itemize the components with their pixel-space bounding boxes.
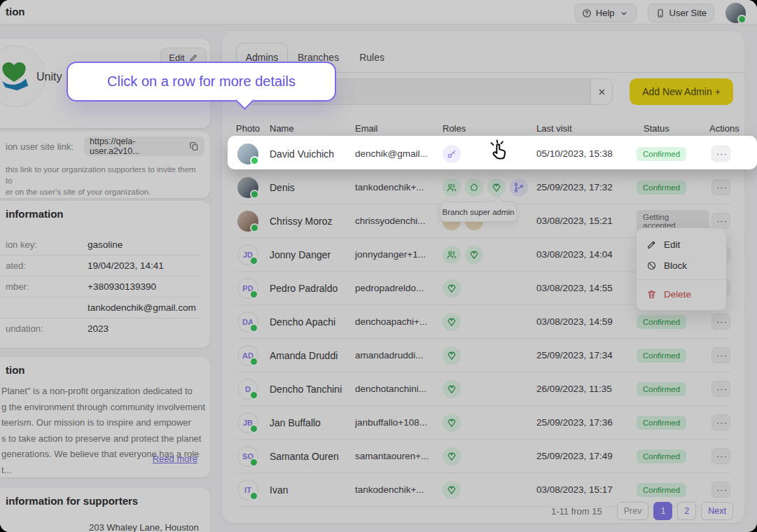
gem-role-badge (443, 313, 461, 331)
row-actions-button[interactable]: ··· (711, 482, 730, 498)
online-status-dot (737, 15, 746, 24)
shield-gem-icon (446, 484, 457, 496)
online-status-dot (249, 391, 258, 400)
status-cell: Confirmed (634, 449, 709, 463)
close-icon (597, 88, 606, 97)
prev-page-button[interactable]: Prev (617, 502, 649, 520)
roles-cell (443, 380, 536, 398)
table-row[interactable]: Denistankodenchik+...25/09/2023, 17:32Co… (236, 171, 730, 204)
online-status-dot (249, 357, 258, 366)
avatar: JD (237, 244, 258, 265)
status-badge: Confirmed (637, 483, 686, 497)
description-title: tion (6, 364, 25, 376)
users-icon (446, 182, 457, 193)
admin-email: denchotanchini... (355, 384, 443, 394)
user-avatar[interactable] (725, 3, 746, 23)
admin-dashboard-screen: tion Help User Site Unity Edit ion user … (0, 0, 757, 532)
row-actions-button[interactable]: ··· (711, 448, 730, 464)
row-actions-button[interactable]: ··· (711, 314, 730, 330)
roles-cell (443, 447, 536, 465)
coachmark-text: Click on a row for more details (107, 74, 296, 90)
shield-gem-icon (446, 316, 457, 328)
row-actions-button[interactable]: ··· (711, 414, 730, 430)
table-row[interactable]: David Vuichichdenchik@gmail...05/10/2023… (236, 137, 730, 171)
coachmark-tooltip: Click on a row for more details (67, 62, 336, 102)
row-actions-button[interactable]: ··· (711, 381, 730, 397)
row-actions-button[interactable]: ··· (711, 146, 730, 162)
clear-search-button[interactable] (590, 79, 612, 104)
gem-role-badge (443, 346, 461, 365)
tab-rules[interactable]: Rules (359, 52, 384, 63)
status-badge: Confirmed (637, 147, 686, 161)
user-site-label: User Site (669, 8, 707, 18)
table-row[interactable]: ADAmanda Druddiamandadruddi...25/09/2023… (236, 339, 730, 372)
info-label: undation: (0, 323, 88, 334)
menu-item-label: Edit (664, 239, 680, 250)
status-cell: Confirmed (634, 147, 709, 161)
admin-name: Jan Buffallo (270, 417, 355, 428)
user-site-button[interactable]: User Site (648, 4, 714, 22)
status-badge: Confirmed (637, 349, 686, 363)
read-more-link[interactable]: Reed more (153, 454, 197, 464)
admin-name: Denis (270, 182, 355, 193)
info-value: +380930139390 (88, 281, 156, 292)
info-value: 19/04/2023, 14:41 (88, 260, 164, 271)
row-actions-button[interactable]: ··· (711, 347, 730, 363)
menu-item-delete[interactable]: Delete (637, 284, 726, 304)
admin-name: Amanda Druddi (270, 350, 355, 361)
page-button-1[interactable]: 1 (653, 502, 672, 520)
block-icon (646, 260, 657, 271)
pentagon-role-badge (465, 178, 483, 197)
user-site-link-label: ion user site link: (6, 141, 74, 152)
online-status-dot (249, 290, 258, 299)
key-role-badge (443, 145, 461, 163)
row-actions-button[interactable]: ··· (711, 179, 730, 195)
avatar: JB (237, 412, 258, 433)
roles-cell (443, 414, 536, 432)
last-visit: 25/09/2023, 17:49 (536, 451, 634, 461)
menu-item-edit[interactable]: Edit (637, 234, 726, 255)
roles-cell (443, 481, 536, 499)
online-status-dot (250, 190, 259, 199)
last-visit: 26/09/2023, 11:35 (536, 384, 634, 394)
page-buttons: 12 (653, 502, 696, 520)
row-actions-button[interactable]: ··· (711, 213, 730, 229)
user-site-link-value[interactable]: https://qela-user.a2v10... (84, 136, 204, 156)
shield-gem-icon (491, 182, 502, 193)
main-information-title: information (6, 208, 64, 220)
table-row[interactable]: JBJan Buffallojanbuffallo+108...25/09/20… (236, 406, 730, 440)
shield-gem-icon (446, 417, 457, 428)
status-cell: Confirmed (634, 315, 709, 329)
help-icon (582, 8, 592, 18)
copy-icon[interactable] (189, 141, 199, 151)
online-status-dot (249, 458, 258, 467)
supporters-contact-title: information for supporters (6, 495, 138, 507)
shield-gem-icon (446, 283, 457, 294)
online-status-dot (250, 223, 259, 232)
shield-gem-icon (446, 384, 457, 395)
info-label: ion key: (0, 239, 88, 250)
last-visit: 25/09/2023, 17:34 (536, 350, 634, 360)
info-row: undation:2023 (0, 318, 200, 339)
supporters-contact-card: information for supporters 203 Whaley La… (0, 488, 210, 532)
next-page-button[interactable]: Next (701, 502, 733, 520)
menu-item-block[interactable]: Block (637, 255, 726, 276)
avatar: AD (237, 345, 258, 366)
table-row[interactable]: DDencho Tanchinidenchotanchini...26/09/2… (236, 372, 730, 406)
supporters-address: 203 Whaley Lane, Houston (89, 522, 199, 532)
status-cell: Confirmed (634, 349, 709, 363)
admin-email: denchik@gmail... (355, 148, 443, 159)
roles-cell (443, 279, 536, 298)
avatar: DA (237, 312, 258, 332)
branch-role-badge (510, 178, 528, 197)
avatar (237, 177, 258, 198)
page-button-2[interactable]: 2 (677, 502, 696, 520)
trash-icon (646, 289, 657, 300)
pencil-icon (646, 239, 657, 250)
admin-email: denchoapachi+... (355, 316, 443, 327)
add-new-admin-button[interactable]: Add New Admin + (630, 78, 733, 105)
table-row[interactable]: SOSamanta Ourensamantaouren+...25/09/202… (236, 440, 730, 473)
organization-info-list: ion key:gasolineated:19/04/2023, 14:41mb… (0, 234, 200, 339)
pencil-icon (189, 53, 198, 62)
help-button[interactable]: Help (574, 4, 637, 22)
